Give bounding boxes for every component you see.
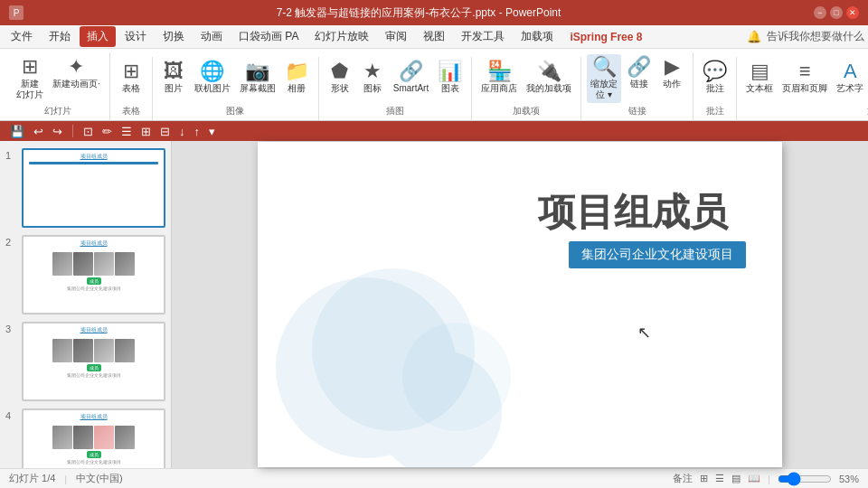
my-addins-button[interactable]: 🔌 我的加载项 <box>523 59 575 97</box>
align-btn[interactable]: ☰ <box>118 124 135 139</box>
link-icon: 🔗 <box>627 57 651 77</box>
close-button[interactable]: ✕ <box>846 6 859 19</box>
slide4-photo4 <box>115 426 135 449</box>
app-store-button[interactable]: 🏪 应用商店 <box>477 59 521 97</box>
shape-icon: ⬟ <box>331 61 348 81</box>
smartart-button[interactable]: 🔗 SmartArt <box>390 59 432 97</box>
slide-number-1: 1 <box>5 148 16 161</box>
slide-panel: 1 项目组成员 2 项目组成员 成员 集团公司企业文化建设 <box>0 141 172 468</box>
menu-view[interactable]: 视图 <box>416 26 452 47</box>
slide2-badge: 成员 <box>87 277 101 285</box>
view-slide-btn[interactable]: ▤ <box>731 473 741 484</box>
slide3-photo1 <box>52 339 72 362</box>
undo-btn[interactable]: ↩ <box>31 124 46 139</box>
notes-btn[interactable]: 备注 <box>673 472 693 485</box>
chart-button[interactable]: 📊 图表 <box>434 59 466 97</box>
action-button[interactable]: ▶ 动作 <box>656 54 687 92</box>
new-anim-page-button[interactable]: ✦ 新建动画页· <box>49 54 104 92</box>
group-btn[interactable]: ⊞ <box>138 124 154 139</box>
table-icon: ⊞ <box>123 61 139 81</box>
online-picture-button[interactable]: 🌐 联机图片 <box>191 59 234 97</box>
icon-button[interactable]: ★ 图标 <box>357 59 388 97</box>
slide-thumb-2: 2 项目组成员 成员 集团公司企业文化建设项目 <box>5 235 165 314</box>
comment-button[interactable]: 💬 批注 <box>699 59 731 97</box>
slide-canvas[interactable]: 项目组成员 集团公司企业文化建设项目 ↖ <box>258 142 782 467</box>
slide2-mini-title: 项目组成员 <box>24 237 164 249</box>
ribbon-group-text: ▤ 文本框 ≡ 页眉和页脚 A 艺术字 📅 日期和时间 # 幻灯片编号 <box>737 57 868 120</box>
menu-addins[interactable]: 加载项 <box>514 26 561 47</box>
new-slide-button[interactable]: ⊞ 新建幻灯片 <box>13 54 47 103</box>
screenshot-icon: 📷 <box>245 61 269 81</box>
textbox-button[interactable]: ▤ 文本框 <box>742 59 777 97</box>
menu-transition[interactable]: 切换 <box>156 26 192 47</box>
slide2-photo1 <box>52 252 72 276</box>
new-slide-icon: ⊞ <box>22 57 38 77</box>
canvas-area: 项目组成员 集团公司企业文化建设项目 ↖ <box>172 141 868 468</box>
slide4-photo2 <box>73 426 93 449</box>
draw-btn[interactable]: ✏ <box>99 124 115 139</box>
slide-preview-1[interactable]: 项目组成员 <box>22 148 165 228</box>
album-button[interactable]: 📁 相册 <box>281 59 313 97</box>
screenshot-button[interactable]: 📷 屏幕截图 <box>236 59 279 97</box>
shape-button[interactable]: ⬟ 形状 <box>325 59 355 97</box>
maximize-button[interactable]: □ <box>830 6 843 19</box>
slide3-photo4 <box>115 339 135 362</box>
icon-icon: ★ <box>363 61 382 81</box>
send-back-btn[interactable]: ↓ <box>176 124 188 139</box>
help-text[interactable]: 告诉我你想要做什么 <box>767 29 864 44</box>
minimize-button[interactable]: − <box>814 6 826 19</box>
menu-file[interactable]: 文件 <box>4 26 40 47</box>
wordart-button[interactable]: A 艺术字 <box>833 59 867 97</box>
zoom-slider[interactable] <box>778 472 832 486</box>
slide2-photo3 <box>94 252 114 276</box>
slide-preview-4[interactable]: 项目组成员 成员 集团公司企业文化建设项目 <box>22 408 165 468</box>
slide-preview-2[interactable]: 项目组成员 成员 集团公司企业文化建设项目 <box>22 235 165 314</box>
slide-thumb-1: 1 项目组成员 <box>5 148 165 228</box>
title-bar: P 7-2 触发器与超链接的应用案例-布衣公子.pptx - PowerPoin… <box>0 0 868 25</box>
ribbon-group-comment: 💬 批注 批注 <box>693 57 737 120</box>
view-reading-btn[interactable]: 📖 <box>748 473 760 484</box>
chart-icon: 📊 <box>438 61 462 81</box>
header-footer-button[interactable]: ≡ 页眉和页脚 <box>778 59 831 97</box>
ribbon-group-image: 🖼 图片 🌐 联机图片 📷 屏幕截图 📁 相册 图像 <box>153 57 319 120</box>
canvas-subtitle[interactable]: 集团公司企业文化建设项目 <box>569 241 746 268</box>
view-outline-btn[interactable]: ☰ <box>715 473 724 484</box>
menu-insert[interactable]: 插入 <box>80 26 116 47</box>
picture-icon: 🖼 <box>164 61 184 81</box>
bring-front-btn[interactable]: ↑ <box>192 124 203 139</box>
menu-home[interactable]: 开始 <box>42 26 78 47</box>
menu-bar: 文件 开始 插入 设计 切换 动画 口袋动画 PA 幻灯片放映 审阅 视图 开发… <box>0 25 868 49</box>
save-quick-btn[interactable]: 💾 <box>7 124 27 139</box>
menu-ispring[interactable]: iSpring Free 8 <box>562 28 649 46</box>
slide3-photo2 <box>73 339 93 362</box>
view-normal-btn[interactable]: ⊞ <box>700 473 708 484</box>
menu-pocket-anim[interactable]: 口袋动画 PA <box>231 26 306 47</box>
select-btn[interactable]: ⊡ <box>80 124 96 139</box>
ribbon-group-slides: ⊞ 新建幻灯片 ✦ 新建动画页· 幻灯片 <box>7 52 110 120</box>
picture-button[interactable]: 🖼 图片 <box>158 59 189 97</box>
slide2-photo4 <box>115 252 135 276</box>
link-button[interactable]: 🔗 链接 <box>623 54 655 92</box>
more-qa-btn[interactable]: ▾ <box>206 124 218 139</box>
menu-slideshow[interactable]: 幻灯片放映 <box>307 26 376 47</box>
slide-preview-3[interactable]: 项目组成员 成员 集团公司企业文化建设项目 <box>22 322 165 401</box>
redo-btn[interactable]: ↪ <box>50 124 65 139</box>
table-button[interactable]: ⊞ 表格 <box>116 59 146 97</box>
zoom-position-button[interactable]: 🔍 缩放定位 ▾ <box>587 54 621 103</box>
distribute-btn[interactable]: ⊟ <box>157 124 173 139</box>
menu-animation[interactable]: 动画 <box>193 26 230 47</box>
menu-review[interactable]: 审阅 <box>378 26 414 47</box>
slide-number-4: 4 <box>5 408 16 421</box>
slide2-sub: 集团公司企业文化建设项目 <box>67 286 121 291</box>
status-bar: 幻灯片 1/4 | 中文(中国) 备注 ⊞ ☰ ▤ 📖 | 53% <box>0 468 868 488</box>
ribbon: ⊞ 新建幻灯片 ✦ 新建动画页· 幻灯片 ⊞ 表格 表格 <box>0 49 868 121</box>
slide-thumb-4: 4 项目组成员 成员 集团公司企业文化建设项目 <box>5 408 165 468</box>
ribbon-group-table: ⊞ 表格 表格 <box>110 57 153 120</box>
action-icon: ▶ <box>665 57 680 77</box>
menu-dev[interactable]: 开发工具 <box>454 26 512 47</box>
slide3-sub: 集团公司企业文化建设项目 <box>67 372 121 378</box>
slide1-mini-title: 项目组成员 <box>24 150 164 162</box>
ribbon-group-link: 🔍 缩放定位 ▾ 🔗 链接 ▶ 动作 链接 <box>581 52 693 120</box>
language-status: 中文(中国) <box>76 472 122 485</box>
menu-design[interactable]: 设计 <box>118 26 154 47</box>
